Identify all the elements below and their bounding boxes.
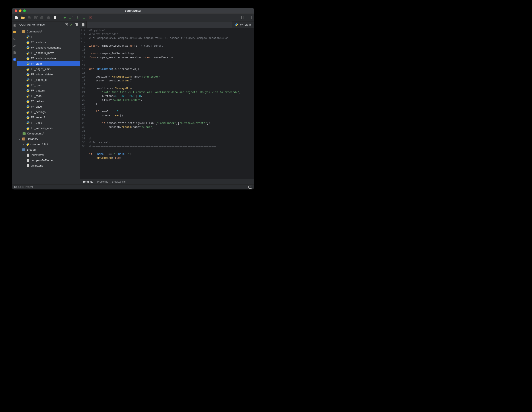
tree-label: FF_anchors_move bbox=[31, 51, 54, 55]
layout-single-icon[interactable] bbox=[247, 15, 252, 20]
tree-label: FF_edges_q bbox=[31, 78, 47, 81]
project-name: COMPAS-FormFinder bbox=[19, 23, 58, 26]
debug-step-icon[interactable] bbox=[68, 15, 74, 20]
tab-label: FF_clear bbox=[240, 23, 251, 26]
tree-file-ff_edges_attrs[interactable]: FF_edges_attrs bbox=[17, 66, 80, 72]
document-icon[interactable] bbox=[13, 51, 17, 55]
package-icon[interactable] bbox=[46, 15, 51, 20]
editor-tab-bar: FF_clear bbox=[80, 21, 254, 28]
svg-point-52 bbox=[27, 127, 28, 127]
svg-point-32 bbox=[27, 73, 28, 74]
tree-label: FF_redraw bbox=[31, 100, 45, 103]
tree-file-ff[interactable]: FF bbox=[17, 34, 80, 39]
tree-file-ff_anchors_update[interactable]: FF_anchors_update bbox=[17, 56, 80, 61]
run-icon[interactable] bbox=[62, 15, 67, 20]
svg-rect-12 bbox=[248, 16, 252, 19]
publish-icon[interactable] bbox=[52, 15, 57, 20]
tree-folder-commands[interactable]: ⌄ Commands/ bbox=[17, 29, 80, 34]
svg-point-6 bbox=[83, 18, 85, 19]
problems-tab[interactable]: Problems bbox=[97, 180, 108, 183]
tree-folder-libraries[interactable]: ⌄ Libraries/ bbox=[17, 136, 80, 141]
main-toolbar bbox=[12, 14, 254, 21]
tree-folder-shared[interactable]: ⌄ Shared/ bbox=[17, 147, 80, 152]
breakpoint-toggle-icon[interactable] bbox=[75, 15, 80, 20]
sidebar-delete-icon[interactable] bbox=[75, 23, 79, 27]
tree-label: FF_undo bbox=[31, 121, 42, 124]
svg-point-48 bbox=[27, 116, 28, 116]
tree-label: FF_anchors bbox=[31, 41, 46, 44]
save-icon[interactable] bbox=[27, 15, 32, 20]
sidebar-compare-icon[interactable]: ⇄ bbox=[59, 23, 63, 27]
tree-file-ff_edges_delete[interactable]: FF_edges_delete bbox=[17, 72, 80, 77]
step-out-icon[interactable] bbox=[81, 15, 86, 20]
tree-file-ff_save[interactable]: FF_save bbox=[17, 104, 80, 109]
window-close-button[interactable] bbox=[15, 9, 17, 12]
terminal-tab[interactable]: Terminal bbox=[83, 180, 93, 183]
svg-point-50 bbox=[27, 122, 28, 122]
explorer-folder-icon[interactable] bbox=[13, 30, 17, 34]
sidebar-header: COMPAS-FormFinder ⇄ bbox=[17, 21, 80, 28]
svg-point-28 bbox=[27, 63, 28, 63]
tree-label: FF bbox=[31, 35, 34, 38]
window-maximize-button[interactable] bbox=[23, 9, 26, 12]
status-inspect-icon[interactable] bbox=[248, 186, 252, 189]
tree-file-index-html[interactable]: index.html bbox=[17, 152, 80, 158]
layout-split-icon[interactable] bbox=[241, 15, 246, 20]
tree-file-ff_edges_q[interactable]: FF_edges_q bbox=[17, 77, 80, 83]
tree-file-ff_open[interactable]: FF_open bbox=[17, 83, 80, 88]
new-document-icon[interactable] bbox=[80, 21, 86, 28]
editor-tab-ff-clear[interactable]: FF_clear bbox=[232, 21, 254, 28]
tree-folder-components[interactable]: Components/ bbox=[17, 131, 80, 136]
file-icon bbox=[26, 153, 30, 157]
tree-file-ff_solve_fd[interactable]: FF_solve_fd bbox=[17, 115, 80, 120]
svg-point-40 bbox=[27, 95, 28, 95]
stop-icon[interactable] bbox=[88, 15, 93, 20]
search-icon[interactable] bbox=[13, 37, 17, 41]
code-content[interactable]: #! python3 # venv: formfinder # r: compa… bbox=[86, 28, 243, 179]
ruler-icon[interactable] bbox=[13, 44, 17, 48]
svg-point-18 bbox=[27, 36, 28, 36]
save-all-icon[interactable] bbox=[39, 15, 45, 20]
tree-label: FF_save bbox=[31, 105, 42, 108]
tree-file-ff_vertices_attrs[interactable]: FF_vertices_attrs bbox=[17, 125, 80, 131]
save-as-icon[interactable] bbox=[33, 15, 38, 20]
tree-file-ff_anchors_constraints[interactable]: FF_anchors_constraints bbox=[17, 45, 80, 50]
tree-label: FF_open bbox=[31, 84, 42, 87]
tree-file-ff_pattern[interactable]: FF_pattern bbox=[17, 88, 80, 93]
window-minimize-button[interactable] bbox=[19, 9, 21, 12]
svg-rect-9 bbox=[90, 17, 91, 18]
file-icon bbox=[26, 159, 30, 162]
python-icon bbox=[26, 67, 30, 71]
tree-file-ff_redraw[interactable]: FF_redraw bbox=[17, 99, 80, 104]
code-editor[interactable]: 1 2 3 4 5 6 7 8 9 10 11 12 13 14 15 16 1… bbox=[80, 28, 254, 179]
svg-rect-7 bbox=[84, 16, 84, 17]
python-icon bbox=[26, 46, 30, 49]
tree-folder-compas-fofin[interactable]: › compas_fofin/ bbox=[17, 141, 80, 147]
tab-gap bbox=[86, 21, 232, 28]
sidebar-add-icon[interactable] bbox=[65, 23, 68, 27]
svg-point-3 bbox=[69, 18, 71, 19]
tree-file-ff_clear[interactable]: FF_clear bbox=[17, 61, 80, 66]
pin-icon[interactable]: ◧ bbox=[13, 23, 17, 27]
tree-file-ff_undo[interactable]: FF_undo bbox=[17, 120, 80, 125]
python-icon bbox=[26, 78, 30, 82]
open-file-icon[interactable] bbox=[20, 15, 25, 20]
tree-file-compas-fofin-png[interactable]: compas-FoFin.png bbox=[17, 158, 80, 163]
python-icon bbox=[26, 121, 30, 125]
explorer-sidebar: COMPAS-FormFinder ⇄ ⌄ bbox=[17, 21, 80, 184]
file-tree[interactable]: ⌄ Commands/ FFFF_anchorsFF_anchors_const… bbox=[17, 28, 80, 184]
new-file-icon[interactable] bbox=[14, 15, 19, 20]
sidebar-edit-icon[interactable] bbox=[70, 23, 74, 27]
tree-file-ff_anchors_move[interactable]: FF_anchors_move bbox=[17, 50, 80, 56]
python-icon bbox=[26, 94, 30, 98]
tree-file-ff_anchors[interactable]: FF_anchors bbox=[17, 39, 80, 45]
svg-point-57 bbox=[237, 26, 237, 26]
tree-file-ff_redo[interactable]: FF_redo bbox=[17, 93, 80, 99]
breakpoints-tab[interactable]: Breakpoints bbox=[112, 180, 125, 183]
tree-label: FF_anchors_constraints bbox=[31, 46, 61, 49]
title-bar: Script Editor bbox=[12, 8, 254, 14]
tree-file-styles-css[interactable]: styles.css bbox=[17, 163, 80, 169]
python-icon bbox=[26, 89, 30, 92]
help-icon[interactable]: ? bbox=[13, 57, 17, 61]
tree-file-ff_settings[interactable]: FF_settings bbox=[17, 109, 80, 115]
